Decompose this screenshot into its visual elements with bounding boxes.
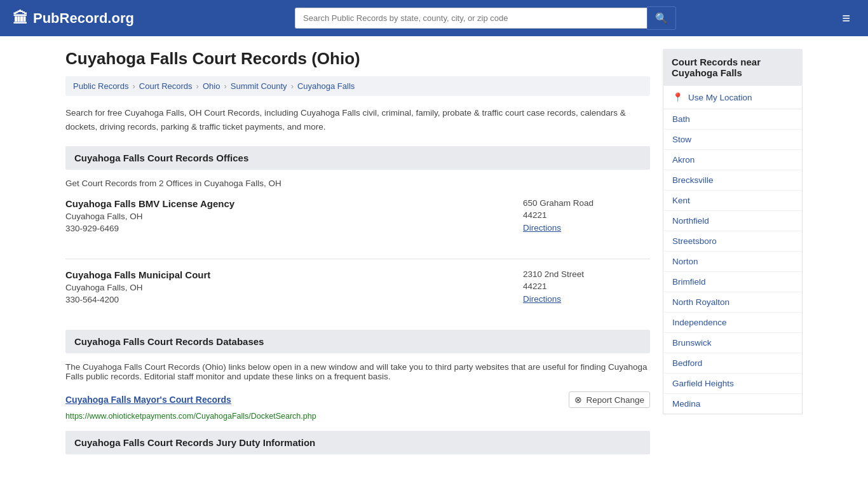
office-city-1: Cuyahoga Falls, OH [65,212,234,221]
sidebar-item-brecksville[interactable]: Brecksville [663,170,802,191]
sidebar-header-line1: Court Records near [672,57,761,67]
sidebar-item-norton[interactable]: Norton [663,252,802,272]
logo-text: PubRecord.org [33,10,134,27]
use-my-location[interactable]: 📍 Use My Location [663,86,802,109]
sidebar-header-line2: Cuyahoga Falls [672,67,742,78]
breadcrumb: Public Records › Court Records › Ohio › … [65,76,650,96]
office-zip-2: 44221 [523,281,650,291]
logo-icon: 🏛 [13,10,28,27]
breadcrumb-cuyahoga-falls[interactable]: Cuyahoga Falls [297,81,355,91]
office-row-2: Cuyahoga Falls Municipal Court Cuyahoga … [65,269,650,304]
location-pin-icon: 📍 [672,92,683,102]
office-phone-1: 330-929-6469 [65,224,234,233]
office-city-2: Cuyahoga Falls, OH [65,283,210,292]
sidebar-header: Court Records near Cuyahoga Falls [663,49,803,86]
db-link-row: Cuyahoga Falls Mayor's Court Records ⊗ R… [65,391,650,408]
office-zip-1: 44221 [523,210,650,220]
sidebar-item-garfield-heights[interactable]: Garfield Heights [663,374,802,394]
office-name-1: Cuyahoga Falls BMV License Agency [65,198,234,209]
sidebar-item-stow[interactable]: Stow [663,130,802,150]
search-button[interactable]: 🔍 [647,6,676,30]
office-phone-2: 330-564-4200 [65,295,210,304]
sidebar-item-medina[interactable]: Medina [663,394,802,414]
office-name-2: Cuyahoga Falls Municipal Court [65,269,210,280]
page-description: Search for free Cuyahoga Falls, OH Court… [65,106,650,133]
office-entry-2: Cuyahoga Falls Municipal Court Cuyahoga … [65,269,650,317]
office-address-1: 650 Graham Road [523,198,650,208]
office-left-2: Cuyahoga Falls Municipal Court Cuyahoga … [65,269,210,304]
office-left-1: Cuyahoga Falls BMV License Agency Cuyaho… [65,198,234,233]
site-header: 🏛 PubRecord.org 🔍 ≡ [0,0,868,36]
office-entry-1: Cuyahoga Falls BMV License Agency Cuyaho… [65,198,650,246]
sidebar-body: 📍 Use My Location BathStowAkronBrecksvil… [663,86,803,414]
directions-link-1[interactable]: Directions [523,223,561,233]
sidebar: Court Records near Cuyahoga Falls 📍 Use … [663,49,803,463]
databases-section-header: Cuyahoga Falls Court Records Databases [65,330,650,353]
office-divider [65,259,650,259]
content-area: Cuyahoga Falls Court Records (Ohio) Publ… [65,49,650,463]
sep1: › [132,81,135,91]
sep4: › [291,81,294,91]
sep2: › [196,81,199,91]
breadcrumb-public-records[interactable]: Public Records [73,81,128,91]
report-change-icon: ⊗ [574,395,582,405]
db-link-mayors-court[interactable]: Cuyahoga Falls Mayor's Court Records [65,395,231,405]
menu-button[interactable]: ≡ [837,8,855,29]
office-address-2: 2310 2nd Street [523,269,650,279]
site-logo[interactable]: 🏛 PubRecord.org [13,10,134,27]
sidebar-nearby-list: BathStowAkronBrecksvilleKentNorthfieldSt… [663,109,802,414]
sidebar-item-streetsboro[interactable]: Streetsboro [663,231,802,252]
sidebar-item-brimfield[interactable]: Brimfield [663,272,802,292]
sidebar-item-kent[interactable]: Kent [663,191,802,211]
sidebar-item-independence[interactable]: Independence [663,313,802,333]
databases-section-desc: The Cuyahoga Falls Court Records (Ohio) … [65,362,650,381]
report-change-button[interactable]: ⊗ Report Change [569,391,650,408]
breadcrumb-ohio[interactable]: Ohio [203,81,220,91]
sidebar-item-bedford[interactable]: Bedford [663,353,802,374]
sidebar-item-northfield[interactable]: Northfield [663,211,802,231]
offices-section-header: Cuyahoga Falls Court Records Offices [65,146,650,170]
db-url[interactable]: https://www.ohioticketpayments.com/Cuyah… [65,412,316,421]
breadcrumb-court-records[interactable]: Court Records [139,81,193,91]
sidebar-item-akron[interactable]: Akron [663,150,802,170]
sep3: › [224,81,226,91]
search-bar: 🔍 [295,6,676,30]
main-container: Cuyahoga Falls Court Records (Ohio) Publ… [53,36,815,476]
use-my-location-label: Use My Location [688,93,752,102]
sidebar-item-bath[interactable]: Bath [663,109,802,130]
sidebar-item-north-royalton[interactable]: North Royalton [663,292,802,313]
breadcrumb-summit-county[interactable]: Summit County [231,81,287,91]
office-right-2: 2310 2nd Street 44221 Directions [523,269,650,304]
report-change-label: Report Change [586,395,644,405]
search-input[interactable] [295,8,647,29]
database-entry-1: Cuyahoga Falls Mayor's Court Records ⊗ R… [65,391,650,421]
directions-link-2[interactable]: Directions [523,294,561,304]
jury-section-header: Cuyahoga Falls Court Records Jury Duty I… [65,431,650,454]
page-title: Cuyahoga Falls Court Records (Ohio) [65,49,650,69]
offices-section-desc: Get Court Records from 2 Offices in Cuya… [65,179,650,188]
office-right-1: 650 Graham Road 44221 Directions [523,198,650,233]
sidebar-item-brunswick[interactable]: Brunswick [663,333,802,353]
office-row-1: Cuyahoga Falls BMV License Agency Cuyaho… [65,198,650,233]
